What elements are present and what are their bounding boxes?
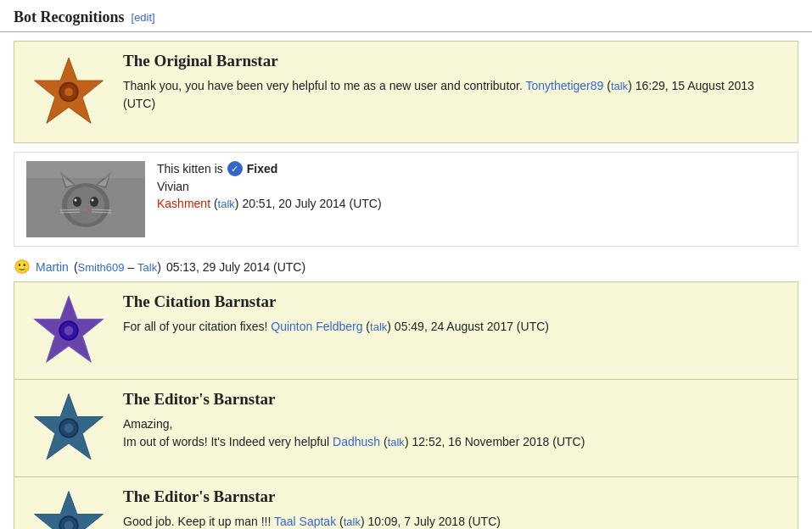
barnstar-citation-title: The Citation Barnstar — [123, 292, 786, 311]
svg-point-26 — [64, 424, 74, 433]
check-icon: ✓ — [227, 161, 243, 176]
kitten-fixed-text: This kitten is — [157, 162, 223, 175]
barnstar-original-card: The Original Barnstar Thank you, you hav… — [14, 41, 798, 143]
svg-point-13 — [92, 199, 94, 202]
editor2-star-icon — [31, 487, 107, 529]
edit-section[interactable]: [edit] — [132, 11, 155, 24]
barnstar-original-text: Thank you, you have been very helpful to… — [123, 77, 786, 113]
tonythetiger89-link[interactable]: Tonythetiger89 — [525, 79, 603, 92]
editor1-timestamp: 12:52, 16 November 2018 (UTC) — [412, 435, 585, 448]
martin-timestamp: 05:13, 29 July 2014 (UTC) — [166, 260, 305, 274]
svg-point-11 — [90, 197, 98, 207]
kitten-box: This kitten is ✓ Fixed Vivian Kashment (… — [14, 152, 798, 247]
barnstar-editor1-text: Amazing, Im out of words! It's Indeed ve… — [123, 415, 786, 451]
main-content: The Original Barnstar Thank you, you hav… — [0, 41, 812, 529]
smiley-icon: 🙂 — [14, 259, 31, 275]
barnstar-editor1-image — [26, 390, 111, 466]
editor1-star-icon — [31, 390, 107, 466]
quinton-talk-link[interactable]: talk — [370, 320, 387, 333]
barnstar-citation-card: The Citation Barnstar For all of your ci… — [14, 282, 798, 380]
svg-point-5 — [67, 187, 104, 224]
barnstar-editor2-title: The Editor's Barnstar — [123, 487, 786, 506]
martin-smith-parens: (Smith609 – Talk) — [74, 260, 161, 274]
kashment-line: Kashment (talk) 20:51, 20 July 2014 (UTC… — [157, 197, 786, 210]
dadhush-link[interactable]: Dadhush — [333, 435, 380, 448]
barnstar-editor1-title: The Editor's Barnstar — [123, 390, 786, 409]
editor2-timestamp: 10:09, 7 July 2018 (UTC) — [368, 515, 501, 528]
martin-line: 🙂 Martin (Smith609 – Talk) 05:13, 29 Jul… — [14, 255, 798, 281]
original-star-icon — [31, 52, 107, 132]
martin-link[interactable]: Martin — [36, 260, 69, 274]
kitten-image — [26, 161, 145, 237]
barnstar-citation-text: For all of your citation fixes! Quinton … — [123, 318, 786, 336]
barnstar-editor1-card: The Editor's Barnstar Amazing, Im out of… — [14, 380, 798, 477]
svg-point-10 — [73, 197, 81, 207]
citation-star-icon — [31, 292, 107, 369]
page-header: Bot Recognitions [edit] — [0, 0, 812, 32]
martin-talk-link[interactable]: Talk — [137, 261, 157, 274]
dadhush-talk-link[interactable]: talk — [388, 436, 405, 448]
barnstar-editor2-content: The Editor's Barnstar Good job. Keep it … — [123, 487, 786, 529]
barnstar-original-content: The Original Barnstar Thank you, you hav… — [123, 52, 786, 113]
tonythetiger89-talk-link[interactable]: talk — [611, 80, 628, 92]
kitten-fixed-label: Fixed — [247, 162, 278, 175]
barnstar-editor1-content: The Editor's Barnstar Amazing, Im out of… — [123, 390, 786, 451]
svg-point-22 — [64, 326, 74, 336]
taal-saptak-link[interactable]: Taal Saptak — [274, 515, 336, 528]
quinton-feldberg-link[interactable]: Quinton Feldberg — [271, 320, 362, 333]
barnstar-citation-image — [26, 292, 111, 369]
barnstar-original-title: The Original Barnstar — [123, 52, 786, 70]
page-title: Bot Recognitions — [14, 8, 125, 26]
kashment-link[interactable]: Kashment — [157, 197, 210, 210]
svg-point-12 — [75, 199, 77, 202]
barnstar-citation-content: The Citation Barnstar For all of your ci… — [123, 292, 786, 336]
kitten-fixed-line: This kitten is ✓ Fixed — [157, 161, 786, 176]
svg-point-2 — [64, 87, 74, 97]
taal-saptak-talk-link[interactable]: talk — [344, 515, 361, 528]
kashment-talk-link[interactable]: talk — [218, 198, 235, 210]
kitten-photo — [26, 161, 145, 237]
edit-link[interactable]: edit — [134, 11, 152, 24]
barnstar-original-image — [26, 52, 111, 132]
barnstar-editor2-image — [26, 487, 111, 529]
svg-rect-19 — [26, 161, 145, 178]
barnstar-editor2-card: The Editor's Barnstar Good job. Keep it … — [14, 477, 798, 529]
kashment-timestamp: 20:51, 20 July 2014 (UTC) — [242, 197, 381, 210]
citation-timestamp: 05:49, 24 August 2017 (UTC) — [395, 320, 549, 333]
smith609-link[interactable]: Smith609 — [78, 261, 125, 274]
kitten-vivian-name: Vivian — [157, 180, 786, 193]
barnstar-editor2-text: Good job. Keep it up man !!! Taal Saptak… — [123, 513, 786, 529]
nested-barnstar-group: The Citation Barnstar For all of your ci… — [14, 281, 798, 529]
kitten-content: This kitten is ✓ Fixed Vivian Kashment (… — [157, 161, 786, 210]
